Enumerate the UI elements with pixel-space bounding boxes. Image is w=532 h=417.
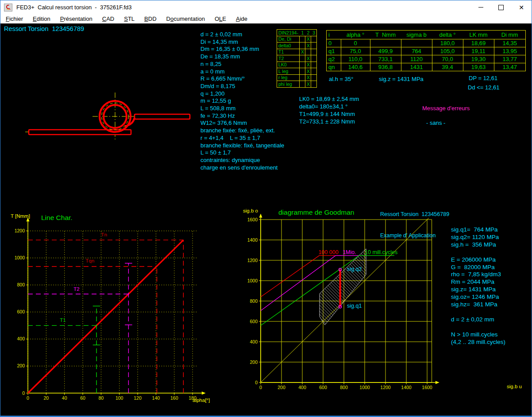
din-mark-cell	[311, 55, 317, 62]
result-cell: 19,63	[463, 63, 494, 71]
din-mark-cell	[311, 36, 317, 42]
din-table: DIN2194-123De, DiXdelta0XT1XT2XLK0XL leg…	[277, 29, 317, 88]
note-dp: DP = 12,61	[469, 75, 497, 81]
svg-text:1Mio.: 1Mio.	[343, 249, 356, 255]
menu-item-edition[interactable]: Edition	[28, 15, 55, 22]
result-line: d = 2 ± 0,02 mm	[451, 316, 505, 324]
svg-text:400: 400	[298, 385, 306, 390]
din-row-label: T2	[277, 55, 300, 62]
din-row: LK0X	[277, 62, 317, 68]
svg-text:1000: 1000	[247, 278, 258, 283]
menu-item-aide[interactable]: Aide	[231, 15, 252, 22]
din-row-label: delta0	[277, 42, 300, 49]
window-controls: ✕	[470, 0, 532, 14]
result-cell: qn	[327, 63, 341, 71]
din-row-label: phi leg	[277, 81, 300, 88]
din-mark-cell: X	[305, 36, 311, 42]
svg-text:0: 0	[27, 395, 29, 401]
result-cell: 1431	[401, 63, 432, 71]
param-line: L = 508,8 mm	[200, 105, 284, 112]
param-line: De = 18,35 mm	[200, 53, 284, 61]
right-panel: sig.q1= 764 MPasig.q2= 1120 MPasig.h = 3…	[451, 226, 505, 346]
svg-text:sig.q2: sig.q2	[347, 266, 362, 272]
svg-text:alpha[°]: alpha[°]	[193, 398, 210, 403]
result-cell: 0	[327, 39, 341, 47]
svg-text:T1: T1	[60, 317, 66, 323]
minimize-icon	[478, 7, 483, 8]
svg-text:40: 40	[62, 395, 67, 401]
result-line: Rm = 2044 MPa	[451, 278, 505, 286]
svg-text:sig.b u: sig.b u	[507, 384, 522, 389]
result-line: sig.q2= 1120 MPa	[451, 234, 505, 241]
menu-item-prsentation[interactable]: Présentation	[55, 15, 97, 22]
din-mark-cell	[300, 62, 305, 68]
menu-item-fichier[interactable]: Fichier	[1, 15, 28, 22]
result-cell: 1120	[401, 55, 432, 63]
din-row: r legX	[277, 74, 317, 81]
result-cell	[370, 39, 401, 47]
titlebar[interactable]: FED3+ Calcul ressort torsion - 375261F.f…	[0, 0, 532, 14]
menu-item-documentation[interactable]: Documentation	[162, 15, 210, 22]
din-mark-cell	[300, 68, 305, 75]
goodman-header: Ressort Torsion 123456789 Example d' App…	[380, 197, 449, 253]
result-line: rho = 7,85 kg/dm3	[451, 271, 505, 278]
error-message: - sans -	[426, 120, 445, 126]
svg-text:20: 20	[43, 395, 49, 401]
svg-text:600: 600	[250, 319, 258, 324]
din-mark-cell	[311, 74, 317, 81]
din-row-label: L leg	[277, 68, 300, 75]
din-mark-cell	[300, 81, 305, 88]
menu-item-stl[interactable]: STL	[119, 15, 139, 22]
din-mark-cell: X	[305, 42, 311, 49]
svg-text:400: 400	[250, 339, 258, 344]
result-line: sig.hz= 361 MPa	[451, 301, 505, 309]
din-row-label: r leg	[277, 74, 300, 81]
minimize-button[interactable]	[470, 0, 491, 14]
din-mark-cell	[300, 42, 305, 49]
svg-text:0: 0	[255, 380, 258, 385]
svg-text:1400: 1400	[247, 237, 258, 243]
maximize-button[interactable]	[491, 0, 511, 14]
result-cell: 13,77	[494, 55, 526, 63]
result-line: E = 206000 MPa	[451, 256, 505, 264]
tolerance-block: LK0 = 18,69 ± 2,54 mmdelta0= 180±34,1 °T…	[299, 96, 359, 126]
tolerance-line: T1=499,9 ± 144 Nmm	[299, 111, 359, 118]
din-mark-cell	[300, 55, 305, 62]
param-line: Dm = 16,35 ± 0,36 mm	[200, 46, 284, 53]
result-line: sig.oz= 1246 MPa	[451, 293, 505, 301]
result-header: LK mm	[463, 31, 494, 39]
caption-line1: diagramme de résistance à la fatique (Di…	[245, 414, 416, 417]
din-mark-cell	[305, 49, 311, 55]
din-row: T2X	[277, 55, 317, 62]
flexible-leg	[135, 114, 190, 119]
menu-item-cad[interactable]: CAD	[97, 15, 119, 22]
din-mark-cell: X	[300, 49, 305, 55]
result-cell: 19,11	[463, 47, 494, 55]
svg-text:Tqn: Tqn	[85, 258, 94, 263]
menu-item-ole[interactable]: OLE	[210, 15, 231, 22]
din-mark-cell: X	[305, 68, 311, 75]
result-line: (4,2 .. 28 mill.cycles)	[451, 339, 505, 346]
result-header: delta °	[432, 31, 463, 39]
menu-item-bdd[interactable]: BDD	[139, 15, 161, 22]
svg-text:800: 800	[250, 298, 258, 304]
result-cell: 180,0	[432, 39, 463, 47]
result-table: ialpha °T Nmmsigma bdelta °LK mmDi mm001…	[326, 30, 526, 71]
param-line: L = 50 ± 1,7	[200, 149, 284, 157]
param-line: R = 6,665 Nmm/°	[200, 75, 284, 83]
close-button[interactable]: ✕	[511, 0, 532, 14]
result-cell: 39,4	[432, 63, 463, 71]
din-header-col: 2	[305, 30, 311, 36]
app-icon	[4, 4, 12, 12]
svg-text:T2: T2	[73, 286, 79, 292]
tolerance-line: delta0= 180±34,1 °	[299, 103, 359, 111]
param-line: q = 1,200	[200, 90, 284, 98]
result-header: sigma b	[401, 31, 432, 39]
result-cell: 733,1	[370, 55, 401, 63]
line-characteristic-chart: 0204060801001201401601800200400600800100…	[9, 202, 214, 415]
close-icon: ✕	[519, 4, 524, 11]
result-row: q175,0499,9764105,019,1113,95	[327, 47, 526, 55]
result-line: sig.q1= 764 MPa	[451, 226, 505, 234]
tolerance-line: LK0 = 18,69 ± 2,54 mm	[299, 96, 359, 103]
svg-text:800: 800	[340, 385, 348, 390]
